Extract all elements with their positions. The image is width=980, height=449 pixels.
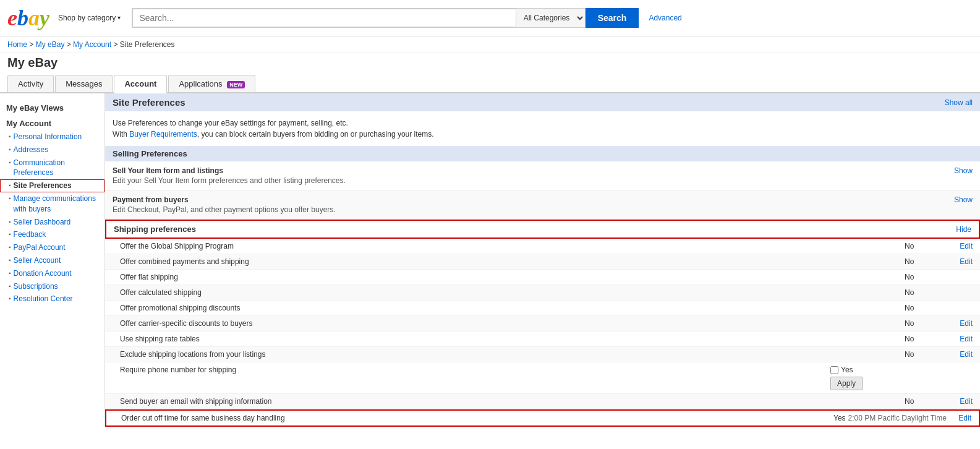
- shipping-row-4: Offer promotional shipping discounts No: [105, 301, 980, 316]
- phone-yes-label: Yes: [841, 366, 853, 374]
- sidebar-item-donation-account[interactable]: ▪ Donation Account: [0, 267, 104, 280]
- page-title: My eBay: [7, 56, 973, 70]
- search-bar: All Categories Search: [132, 8, 639, 28]
- sidebar-item-communication-prefs[interactable]: ▪ Communication Preferences: [0, 156, 104, 180]
- order-cutoff-row: Order cut off time for same business day…: [105, 409, 980, 427]
- tab-account[interactable]: Account: [114, 75, 167, 93]
- advanced-search-link[interactable]: Advanced: [649, 14, 681, 22]
- intro-post: , you can block certain buyers from bidd…: [197, 130, 434, 139]
- sidebar-link-site-prefs[interactable]: Site Preferences: [14, 181, 72, 191]
- shipping-row-3: Offer calculated shipping No: [105, 285, 980, 301]
- site-prefs-header: Site Preferences Show all: [105, 93, 980, 111]
- sidebar-link-subscriptions[interactable]: Subscriptions: [14, 281, 58, 292]
- sidebar-item-seller-account[interactable]: ▪ Seller Account: [0, 254, 104, 267]
- payment-content: Payment from buyers Edit Checkout, PayPa…: [113, 195, 336, 214]
- sidebar-link-resolution-center[interactable]: Resolution Center: [14, 294, 73, 304]
- sidebar-link-communication-prefs[interactable]: Communication Preferences: [14, 158, 98, 179]
- sidebar: My eBay Views My Account ▪ Personal Info…: [0, 93, 105, 427]
- shipping-row-5: Offer carrier-specific discounts to buye…: [105, 316, 980, 331]
- payment-action[interactable]: Show: [954, 195, 973, 204]
- shipping-label-1: Offer combined payments and shipping: [120, 257, 905, 266]
- send-buyer-email-label: Send buyer an email with shipping inform…: [120, 397, 905, 406]
- shipping-edit-6[interactable]: Edit: [954, 335, 973, 343]
- sidebar-link-seller-dashboard[interactable]: Seller Dashboard: [14, 217, 71, 228]
- bullet-icon: ▪: [9, 257, 11, 263]
- sidebar-item-paypal[interactable]: ▪ PayPal Account: [0, 241, 104, 254]
- search-input[interactable]: [132, 8, 515, 28]
- tab-new-badge: NEW: [227, 81, 245, 88]
- phone-checkbox[interactable]: [830, 366, 838, 374]
- sidebar-link-personal-info[interactable]: Personal Information: [14, 132, 82, 142]
- shipping-label-4: Offer promotional shipping discounts: [120, 304, 905, 312]
- shipping-hide-link[interactable]: Hide: [956, 225, 971, 234]
- order-cutoff-label: Order cut off time for same business day…: [121, 414, 833, 422]
- sidebar-item-seller-dashboard[interactable]: ▪ Seller Dashboard: [0, 216, 104, 229]
- payment-title: Payment from buyers: [113, 195, 336, 204]
- bullet-icon: ▪: [9, 295, 11, 302]
- sidebar-link-manage-comms[interactable]: Manage communications with buyers: [14, 194, 98, 215]
- breadcrumb: Home > My eBay > My Account > Site Prefe…: [0, 36, 980, 53]
- content: Site Preferences Show all Use Preference…: [105, 93, 980, 427]
- shipping-label-6: Use shipping rate tables: [120, 335, 905, 343]
- sidebar-item-personal-info[interactable]: ▪ Personal Information: [0, 130, 104, 143]
- order-cutoff-yes: Yes: [833, 414, 846, 422]
- logo-b: b: [17, 5, 28, 31]
- logo-y: y: [40, 5, 49, 31]
- shipping-value-6: No: [905, 335, 954, 343]
- phone-label: Require phone number for shipping: [120, 366, 830, 374]
- order-cutoff-action[interactable]: Edit: [953, 414, 971, 422]
- shipping-edit-5[interactable]: Edit: [954, 319, 973, 328]
- shipping-value-1: No: [905, 257, 954, 266]
- intro-pre: With: [113, 130, 129, 139]
- sidebar-item-subscriptions[interactable]: ▪ Subscriptions: [0, 280, 104, 293]
- sell-item-block: Sell Your Item form and listings Edit yo…: [105, 161, 980, 190]
- sidebar-link-donation-account[interactable]: Donation Account: [14, 268, 72, 279]
- breadcrumb-myebay[interactable]: My eBay: [36, 40, 65, 49]
- breadcrumb-myaccount[interactable]: My Account: [73, 40, 111, 49]
- bullet-icon: ▪: [9, 283, 11, 289]
- search-button[interactable]: Search: [586, 8, 639, 28]
- sidebar-item-manage-comms[interactable]: ▪ Manage communications with buyers: [0, 192, 104, 216]
- sidebar-item-addresses[interactable]: ▪ Addresses: [0, 143, 104, 156]
- shipping-edit-7[interactable]: Edit: [954, 350, 973, 359]
- sidebar-views-title: My eBay Views: [0, 100, 104, 115]
- shipping-label-2: Offer flat shipping: [120, 273, 905, 281]
- bullet-icon: ▪: [9, 146, 11, 153]
- tab-messages[interactable]: Messages: [55, 75, 113, 92]
- send-buyer-email-action[interactable]: Edit: [954, 397, 973, 406]
- tab-applications[interactable]: Applications NEW: [168, 75, 255, 92]
- shop-by-category[interactable]: Shop by category ▾: [58, 14, 121, 22]
- breadcrumb-home[interactable]: Home: [7, 40, 27, 49]
- bullet-icon: ▪: [9, 231, 11, 237]
- breadcrumb-current: Site Preferences: [120, 40, 175, 49]
- sidebar-item-resolution-center[interactable]: ▪ Resolution Center: [0, 293, 104, 306]
- sidebar-link-seller-account[interactable]: Seller Account: [14, 255, 61, 266]
- bullet-icon: ▪: [9, 182, 11, 189]
- site-prefs-title: Site Preferences: [113, 97, 185, 108]
- show-all-link[interactable]: Show all: [945, 98, 973, 107]
- bullet-icon: ▪: [9, 218, 11, 225]
- sidebar-link-feedback[interactable]: Feedback: [14, 229, 46, 240]
- sidebar-item-feedback[interactable]: ▪ Feedback: [0, 228, 104, 241]
- shipping-row-2: Offer flat shipping No: [105, 270, 980, 285]
- sell-item-action[interactable]: Show: [954, 166, 973, 175]
- apply-button[interactable]: Apply: [830, 377, 863, 390]
- tab-activity[interactable]: Activity: [7, 75, 54, 92]
- buyer-requirements-link[interactable]: Buyer Requirements: [129, 130, 197, 139]
- sidebar-item-site-prefs[interactable]: ▪ Site Preferences: [0, 179, 104, 192]
- sidebar-link-addresses[interactable]: Addresses: [14, 145, 49, 155]
- category-select[interactable]: All Categories: [516, 8, 586, 28]
- sidebar-link-paypal[interactable]: PayPal Account: [14, 242, 66, 253]
- intro-line2: With Buyer Requirements, you can block c…: [113, 129, 973, 140]
- shipping-value-7: No: [905, 350, 954, 359]
- bullet-icon: ▪: [9, 133, 11, 140]
- ebay-logo: e b a y: [7, 5, 49, 31]
- shipping-prefs-title: Shipping preferences: [114, 224, 196, 234]
- shipping-edit-1[interactable]: Edit: [954, 257, 973, 266]
- page-title-bar: My eBay: [0, 53, 980, 75]
- sell-item-desc: Edit your Sell Your Item form preference…: [113, 176, 346, 185]
- shipping-row-0: Offer the Global Shipping Program No Edi…: [105, 239, 980, 254]
- payment-block: Payment from buyers Edit Checkout, PayPa…: [105, 190, 980, 220]
- shipping-value-2: No: [905, 273, 954, 281]
- shipping-edit-0[interactable]: Edit: [954, 242, 973, 250]
